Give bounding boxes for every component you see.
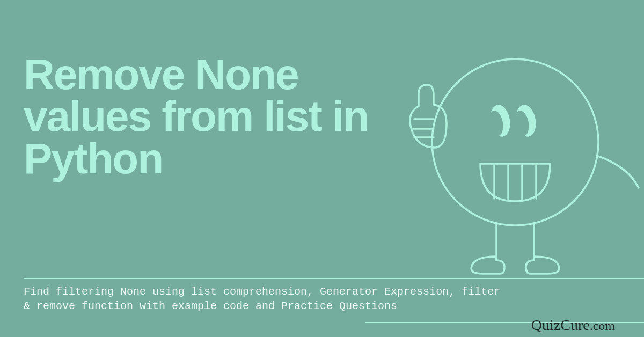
mascot-illustration bbox=[376, 43, 644, 290]
site-suffix: .com bbox=[590, 319, 615, 333]
page-subtitle: Find filtering None using list comprehen… bbox=[24, 284, 507, 313]
page-title: Remove None values from list in Python bbox=[24, 54, 372, 180]
site-brand: QuizCure.com bbox=[531, 317, 615, 334]
site-name: QuizCure bbox=[531, 317, 590, 333]
divider-line bbox=[24, 278, 644, 279]
